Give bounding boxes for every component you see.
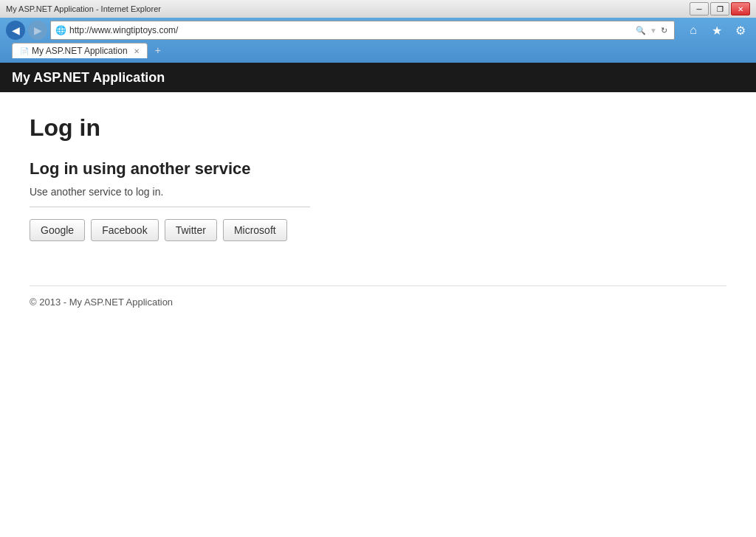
facebook-button[interactable]: Facebook bbox=[91, 219, 158, 241]
settings-icon[interactable]: ⚙ bbox=[731, 21, 750, 40]
section-heading: Log in using another service bbox=[30, 159, 726, 179]
tab-label: My ASP.NET Application bbox=[32, 46, 128, 56]
search-button[interactable]: 🔍 bbox=[633, 24, 648, 37]
footer-text: © 2013 - My ASP.NET Application bbox=[30, 297, 173, 308]
new-tab[interactable]: + bbox=[148, 42, 207, 58]
page-heading: Log in bbox=[30, 114, 726, 142]
browser-chrome: ◀ ▶ 🌐 🔍 ▼ ↻ ⌂ ★ ⚙ 📄 My ASP.NET Applicati… bbox=[0, 18, 756, 63]
google-button[interactable]: Google bbox=[30, 219, 85, 241]
page-footer: © 2013 - My ASP.NET Application bbox=[30, 285, 726, 308]
forward-button[interactable]: ▶ bbox=[28, 21, 47, 40]
tabs-bar: 📄 My ASP.NET Application ✕ + bbox=[6, 42, 750, 58]
navigation-bar: ◀ ▶ 🌐 🔍 ▼ ↻ ⌂ ★ ⚙ bbox=[6, 21, 750, 40]
window-controls: ─ ❐ ✕ bbox=[690, 2, 750, 15]
back-button[interactable]: ◀ bbox=[6, 21, 25, 40]
address-bar: 🌐 🔍 ▼ ↻ bbox=[50, 21, 675, 40]
browser-toolbar: ⌂ ★ ⚙ bbox=[684, 21, 750, 40]
restore-button[interactable]: ❐ bbox=[710, 2, 729, 15]
close-button[interactable]: ✕ bbox=[731, 2, 750, 15]
section-divider bbox=[30, 207, 310, 207]
new-tab-label: + bbox=[155, 44, 161, 56]
tab-icon: 📄 bbox=[20, 47, 29, 55]
microsoft-button[interactable]: Microsoft bbox=[223, 219, 287, 241]
section-description: Use another service to log in. bbox=[30, 186, 726, 198]
page-content: Log in Log in using another service Use … bbox=[0, 92, 756, 537]
address-controls: 🔍 ▼ ↻ bbox=[633, 24, 670, 37]
app-navbar: My ASP.NET Application bbox=[0, 63, 756, 92]
address-input[interactable] bbox=[69, 25, 630, 35]
title-bar: My ASP.NET Application - Internet Explor… bbox=[0, 0, 756, 18]
twitter-button[interactable]: Twitter bbox=[165, 219, 217, 241]
refresh-button[interactable]: ↻ bbox=[659, 24, 670, 37]
window-title: My ASP.NET Application - Internet Explor… bbox=[6, 4, 161, 13]
app-title: My ASP.NET Application bbox=[12, 70, 165, 86]
active-tab[interactable]: 📄 My ASP.NET Application ✕ bbox=[12, 43, 148, 58]
service-buttons: Google Facebook Twitter Microsoft bbox=[30, 219, 726, 241]
tab-close-button[interactable]: ✕ bbox=[134, 47, 140, 55]
minimize-button[interactable]: ─ bbox=[690, 2, 709, 15]
favorites-icon[interactable]: ★ bbox=[707, 21, 726, 40]
home-icon[interactable]: ⌂ bbox=[684, 21, 703, 40]
separator: ▼ bbox=[650, 27, 657, 35]
address-icon: 🌐 bbox=[55, 25, 66, 35]
